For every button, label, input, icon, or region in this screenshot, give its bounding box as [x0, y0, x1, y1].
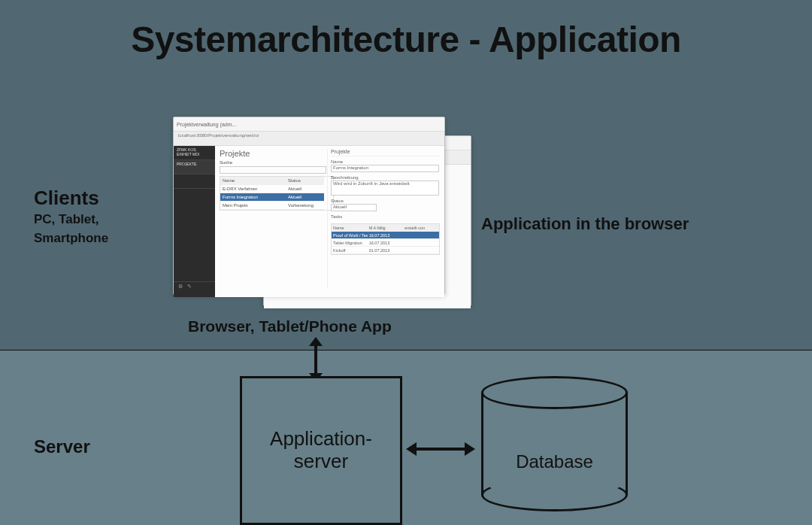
browser-caption: Browser, Tablet/Phone App: [188, 317, 392, 335]
app-sidebar: ZFMK KOS. EINHEIT MDI PROJEKTE ⚙✎: [174, 146, 215, 297]
col-header: Status: [286, 178, 324, 183]
table-row: Tablet Migration16.07.2013: [332, 239, 439, 247]
field-value: Forms Integration: [331, 165, 439, 172]
table-row: E-DRX VerfahrenAktuell: [220, 185, 324, 193]
detail-panel: Projekte Name Forms Integration Beschrei…: [327, 149, 440, 288]
tier-divider: [0, 350, 812, 351]
table-row: Proof of Work / Test16.07.2013: [332, 232, 439, 239]
client-screenshots: ● Projektverwaltung (adm... localhost:80…: [173, 117, 474, 312]
database-cylinder: Database: [481, 376, 628, 511]
browser-window-front: Projektverwaltung (adm... localhost:8080…: [173, 117, 445, 295]
appserver-line1: Application-: [270, 427, 372, 450]
svg-marker-4: [406, 442, 417, 456]
col-header: erstellt von: [403, 226, 439, 230]
app-in-browser-label: Application in the browser: [481, 214, 689, 234]
browser-tab: Projektverwaltung (adm...: [177, 122, 236, 127]
clients-subline-1: PC, Tablet,: [34, 211, 108, 229]
field-label: Name: [331, 159, 440, 164]
table-row: Kickoff01.07.2013: [332, 247, 439, 254]
window-tabbar: Projektverwaltung (adm...: [174, 117, 444, 132]
sidebar-item-selected: PROJEKTE: [174, 160, 215, 174]
slide-title: Systemarchitecture - Application: [0, 19, 812, 60]
appserver-line2: server: [294, 450, 348, 472]
clients-label: Clients PC, Tablet, Smartphone: [34, 187, 108, 247]
col-header: Name: [332, 226, 368, 230]
server-label: Server: [34, 436, 90, 457]
arrow-server-db: [406, 439, 475, 459]
window-addressbar: localhost:8080/Projektverwaltung/web/ui: [174, 132, 444, 146]
svg-marker-1: [309, 337, 323, 346]
arrow-client-server: [306, 337, 326, 382]
table-row: Mein ProjektVorbereitung: [220, 202, 324, 210]
clients-subline-2: Smartphone: [34, 230, 108, 247]
col-header: M A fällig: [368, 226, 404, 230]
sidebar-footer: ⚙✎: [174, 281, 215, 297]
clients-heading: Clients: [34, 187, 108, 210]
sidebar-item: [174, 174, 215, 189]
table-row: Forms IntegrationAktuell: [220, 193, 324, 202]
database-label: Database: [481, 451, 628, 472]
tool-icon: ✎: [187, 284, 192, 296]
sidebar-item: ZFMK KOS. EINHEIT MDI: [174, 146, 215, 160]
projects-table: NameStatus E-DRX VerfahrenAktuell Forms …: [220, 176, 334, 211]
field-label: Status: [331, 199, 440, 203]
field-value: Aktuell: [331, 204, 377, 211]
app-content: Projekte Name Forms Integration Beschrei…: [215, 146, 444, 297]
application-server-box: Application- server: [240, 376, 402, 525]
col-header: Name: [220, 178, 286, 183]
search-input: [220, 166, 326, 174]
tasks-table: NameM A fälligerstellt von Proof of Work…: [331, 223, 440, 255]
field-value: Wird wird in Zukunft in Java entwickelt: [331, 181, 439, 196]
gear-icon: ⚙: [178, 284, 183, 296]
detail-title: Projekte: [331, 149, 440, 156]
field-label: Beschreibung: [331, 175, 440, 180]
server-tier-bg: [0, 350, 812, 525]
field-label: Tasks: [331, 214, 440, 219]
svg-marker-5: [465, 442, 475, 456]
